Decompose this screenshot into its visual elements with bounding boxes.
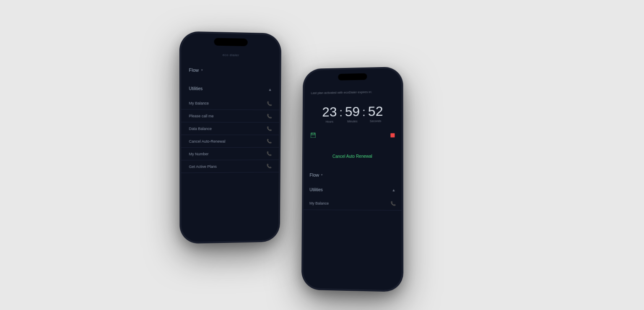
cancel-auto-renewal-button[interactable]: Cancel Auto Renewal: [304, 147, 402, 164]
calendar-icon[interactable]: [311, 133, 316, 139]
right-notch: [338, 73, 367, 81]
right-flow-arrow: ▾: [321, 173, 323, 177]
left-flow-label: Flow: [189, 68, 199, 73]
phone-icon-my-number: 📞: [267, 151, 272, 156]
right-content: Last plan activated with ecoDialer expir…: [304, 83, 402, 215]
left-utilities-chevron: ▲: [268, 87, 272, 91]
menu-item-my-number[interactable]: My Number 📞: [181, 148, 279, 161]
cancel-auto-renewal-label: Cancel Auto Renewal: [332, 154, 372, 159]
right-flow-selector[interactable]: Flow ▾: [304, 170, 402, 180]
left-utilities-header[interactable]: Utilities ▲: [181, 83, 279, 94]
phone-icon-cancel-auto: 📞: [267, 139, 272, 143]
right-utilities-chevron: ▲: [392, 188, 396, 192]
left-content: eco dialer Flow ▾ Utilities ▲ My Balance…: [181, 48, 280, 177]
menu-item-balance[interactable]: My Balance 📞: [181, 97, 279, 110]
right-utilities-header[interactable]: Utilities ▲: [304, 185, 401, 195]
phone-icon-call-me: 📞: [267, 114, 272, 118]
menu-item-active-plans-label: Get Active Plans: [189, 164, 217, 169]
left-flow-selector[interactable]: Flow ▾: [181, 65, 280, 76]
phone-left: eco dialer Flow ▾ Utilities ▲ My Balance…: [180, 31, 281, 243]
left-notch: [214, 38, 247, 46]
right-flow-label: Flow: [309, 172, 319, 177]
menu-item-call-me[interactable]: Please call me 📞: [181, 109, 279, 122]
menu-item-call-me-label: Please call me: [189, 114, 213, 118]
expiry-label: Last plan activated with ecoDialer expir…: [304, 87, 402, 98]
timer-seconds-unit: 52 Seconds: [368, 104, 383, 122]
timer-colon-1: :: [338, 106, 343, 119]
timer-display: 23 Hours : 59 Minutes : 52 Seconds: [304, 100, 401, 127]
left-flow-arrow: ▾: [201, 68, 203, 72]
menu-item-data-balance-label: Data Balance: [189, 126, 212, 130]
menu-item-cancel-auto[interactable]: Cancel Auto-Renewal 📞: [181, 135, 279, 148]
right-menu-item-balance[interactable]: My Balance 📞: [304, 197, 402, 211]
svg-rect-0: [311, 133, 316, 138]
menu-item-my-number-label: My Number: [189, 152, 209, 156]
right-menu-balance-label: My Balance: [309, 201, 329, 205]
left-screen: eco dialer Flow ▾ Utilities ▲ My Balance…: [181, 33, 280, 242]
phone-icon-active-plans: 📞: [267, 164, 272, 168]
timer-seconds: 52: [368, 104, 383, 118]
menu-item-active-plans[interactable]: Get Active Plans 📞: [181, 160, 279, 173]
timer-minutes-label: Minutes: [347, 120, 357, 123]
eco-dialer-label: eco dialer: [181, 52, 280, 58]
timer-minutes: 59: [345, 105, 360, 118]
right-screen: Last plan activated with ecoDialer expir…: [303, 68, 402, 290]
phone-icon-balance: 📞: [267, 101, 272, 106]
timer-colon-2: :: [361, 105, 366, 119]
timer-hours-unit: 23 Hours: [322, 105, 337, 123]
right-utilities-label: Utilities: [309, 188, 323, 192]
right-phone-icon-balance: 📞: [390, 201, 395, 206]
timer-hours-label: Hours: [326, 120, 333, 123]
red-stop-icon[interactable]: [390, 133, 395, 137]
menu-item-data-balance[interactable]: Data Balance 📞: [181, 122, 279, 135]
menu-item-balance-label: My Balance: [189, 101, 209, 105]
menu-item-cancel-auto-label: Cancel Auto-Renewal: [189, 139, 226, 143]
timer-icons-row: [304, 128, 401, 142]
phone-icon-data-balance: 📞: [267, 126, 272, 131]
left-utilities-label: Utilities: [189, 86, 203, 91]
timer-hours: 23: [322, 105, 337, 119]
timer-minutes-unit: 59 Minutes: [345, 105, 360, 123]
timer-seconds-label: Seconds: [370, 120, 381, 122]
scene: eco dialer Flow ▾ Utilities ▲ My Balance…: [0, 0, 644, 310]
phone-right: Last plan activated with ecoDialer expir…: [302, 67, 403, 292]
